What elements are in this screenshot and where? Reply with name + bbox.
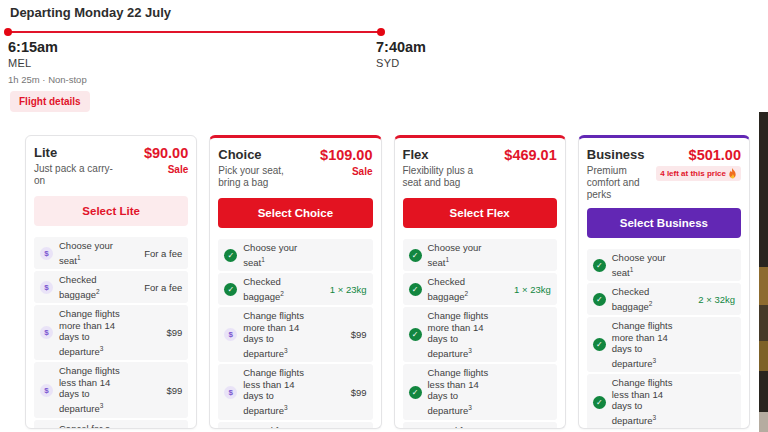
feature-label: Choose your seat1 bbox=[243, 242, 316, 268]
check-icon: ✓ bbox=[593, 293, 606, 306]
dollar-icon: $ bbox=[40, 247, 53, 260]
feature-value: 2 × 32kg bbox=[685, 294, 735, 305]
fare-price: $109.00 bbox=[320, 147, 372, 163]
check-icon: ✓ bbox=[593, 338, 606, 351]
check-icon: ✓ bbox=[224, 249, 237, 262]
fare-feature-row: $ Choose your seat1 For a fee bbox=[34, 237, 188, 269]
fare-name: Lite bbox=[34, 145, 119, 160]
feature-label: Checked baggage2 bbox=[59, 274, 132, 300]
fare-feature-row: $ Checked baggage2 For a fee bbox=[34, 271, 188, 303]
feature-value: 1 × 23kg bbox=[501, 284, 551, 295]
select-flex-button[interactable]: Select Flex bbox=[403, 198, 557, 228]
duration-stops: 1h 25m · Non-stop bbox=[8, 74, 87, 85]
feature-label: Change flights less than 14 days to depa… bbox=[428, 367, 501, 416]
fare-feature-list: ✓ Choose your seat1 ✓ Checked baggage2 1… bbox=[218, 239, 372, 429]
arrival-time: 7:40am bbox=[376, 39, 426, 55]
fare-badge-label: Sale bbox=[168, 164, 189, 175]
fare-tagline: Flexibility plus a seat and bag bbox=[403, 165, 488, 189]
fare-feature-row: ✕ Cancel for a travel credit3 No bbox=[34, 420, 188, 429]
feature-label: Change flights more than 14 days to depa… bbox=[243, 310, 316, 359]
fare-card-flex: Flex Flexibility plus a seat and bag $46… bbox=[394, 135, 566, 429]
fare-cards: Lite Just pack a carry-on $90.00 Sale Se… bbox=[25, 135, 750, 429]
departure-dot-icon bbox=[4, 28, 12, 36]
feature-label: Choose your seat1 bbox=[59, 240, 132, 266]
feature-value: $99 bbox=[317, 329, 367, 340]
feature-value: $99 bbox=[132, 327, 182, 338]
fare-badge-label: Sale bbox=[352, 166, 373, 177]
feature-label: Cancel for a travel credit3 bbox=[59, 423, 132, 429]
fare-badge: 4 left at this price bbox=[656, 166, 741, 181]
check-icon: ✓ bbox=[409, 283, 422, 296]
fare-tagline: Pick your seat, bring a bag bbox=[218, 165, 303, 189]
fare-feature-row: ✓ Change flights more than 14 days to de… bbox=[587, 317, 741, 372]
dollar-icon: $ bbox=[40, 326, 53, 339]
fare-feature-row: ✓ Change flights less than 14 days to de… bbox=[403, 364, 557, 419]
flame-icon bbox=[728, 168, 737, 179]
check-icon: ✓ bbox=[409, 249, 422, 262]
fare-feature-row: ✓ Checked baggage2 1 × 23kg bbox=[218, 273, 372, 305]
feature-value: For a fee bbox=[132, 282, 182, 293]
fare-feature-row: ✓ Checked baggage2 2 × 32kg bbox=[587, 283, 741, 315]
select-choice-button[interactable]: Select Choice bbox=[218, 198, 372, 228]
dollar-icon: $ bbox=[40, 281, 53, 294]
feature-label: Cancel for a travel credit3 bbox=[428, 425, 501, 429]
fare-feature-row: $ Change flights less than 14 days to de… bbox=[218, 364, 372, 419]
feature-value: 1 × 23kg bbox=[317, 284, 367, 295]
fare-feature-list: $ Choose your seat1 For a fee $ Checked … bbox=[34, 237, 188, 429]
fare-feature-row: ✓ Change flights more than 14 days to de… bbox=[403, 307, 557, 362]
departure-airport: MEL bbox=[8, 57, 32, 69]
feature-label: Change flights more than 14 days to depa… bbox=[612, 320, 685, 369]
flight-details-button[interactable]: Flight details bbox=[10, 91, 90, 112]
fare-name: Business bbox=[587, 147, 656, 162]
fare-card-header: Lite Just pack a carry-on $90.00 Sale bbox=[34, 145, 188, 189]
check-icon: ✓ bbox=[224, 283, 237, 296]
feature-value: For a fee bbox=[132, 248, 182, 259]
feature-label: Cancel for a travel credit3 bbox=[243, 425, 316, 429]
check-icon: ✓ bbox=[409, 386, 422, 399]
fare-feature-row: $ Change flights less than 14 days to de… bbox=[34, 362, 188, 417]
fare-card-header: Flex Flexibility plus a seat and bag $46… bbox=[403, 147, 557, 191]
check-icon: ✓ bbox=[593, 259, 606, 272]
fare-feature-list: ✓ Choose your seat1 ✓ Checked baggage2 1… bbox=[403, 239, 557, 429]
fare-feature-row: ✓ Cancel for a travel credit3 bbox=[403, 422, 557, 429]
fare-feature-row: ✓ Choose your seat1 bbox=[403, 239, 557, 271]
fare-name: Choice bbox=[218, 147, 303, 162]
feature-label: Change flights less than 14 days to depa… bbox=[612, 377, 685, 426]
fare-feature-row: $ Change flights more than 14 days to de… bbox=[218, 307, 372, 362]
departing-date-title: Departing Monday 22 July bbox=[10, 5, 171, 20]
dollar-icon: $ bbox=[224, 328, 237, 341]
fare-tagline: Premium comfort and perks bbox=[587, 165, 656, 201]
fare-price: $469.01 bbox=[504, 147, 556, 163]
dollar-icon: $ bbox=[40, 384, 53, 397]
fare-selection-panel: Departing Monday 22 July 6:15am MEL 7:40… bbox=[0, 0, 768, 432]
feature-label: Change flights less than 14 days to depa… bbox=[59, 365, 132, 414]
select-business-button[interactable]: Select Business bbox=[587, 208, 741, 238]
fare-price: $90.00 bbox=[144, 145, 188, 161]
fare-feature-row: ✓ Choose your seat1 bbox=[218, 239, 372, 271]
departure-time: 6:15am bbox=[8, 39, 58, 55]
feature-label: Change flights less than 14 days to depa… bbox=[243, 367, 316, 416]
fare-badge: Sale bbox=[168, 164, 189, 175]
fare-name: Flex bbox=[403, 147, 488, 162]
fare-feature-list: ✓ Choose your seat1 ✓ Checked baggage2 2… bbox=[587, 249, 741, 429]
fare-feature-row: $ Change flights more than 14 days to de… bbox=[34, 305, 188, 360]
check-icon: ✓ bbox=[409, 328, 422, 341]
feature-value: $99 bbox=[317, 387, 367, 398]
fare-price: $501.00 bbox=[689, 147, 741, 163]
feature-label: Change flights more than 14 days to depa… bbox=[59, 308, 132, 357]
select-lite-button[interactable]: Select Lite bbox=[34, 196, 188, 226]
feature-value: $99 bbox=[132, 385, 182, 396]
feature-label: Checked baggage2 bbox=[428, 276, 501, 302]
fare-card-business: Business Premium comfort and perks $501.… bbox=[578, 135, 750, 429]
flight-timeline bbox=[8, 31, 381, 33]
arrival-airport: SYD bbox=[376, 57, 400, 69]
feature-label: Checked baggage2 bbox=[243, 276, 316, 302]
background-page-strip bbox=[759, 112, 768, 432]
fare-card-choice: Choice Pick your seat, bring a bag $109.… bbox=[209, 135, 381, 429]
fare-feature-row: ✓ Change flights less than 14 days to de… bbox=[587, 374, 741, 429]
check-icon: ✓ bbox=[593, 396, 606, 409]
fare-card-header: Business Premium comfort and perks $501.… bbox=[587, 147, 741, 201]
arrival-dot-icon bbox=[377, 28, 385, 36]
fare-feature-row: ✓ Choose your seat1 bbox=[587, 249, 741, 281]
fare-card-lite: Lite Just pack a carry-on $90.00 Sale Se… bbox=[25, 135, 197, 429]
